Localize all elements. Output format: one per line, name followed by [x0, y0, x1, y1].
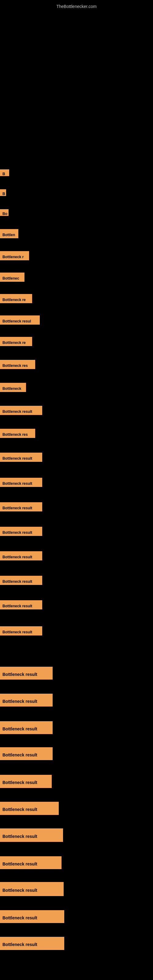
bottleneck-result: B	[0, 189, 6, 196]
bottleneck-result: Bottlenec	[0, 272, 24, 282]
bottleneck-result: Bottleneck result	[0, 775, 52, 788]
bottleneck-result: Bottleneck result	[0, 910, 64, 923]
bottleneck-result: Bottleneck re	[0, 337, 32, 346]
bottleneck-result: Bottleneck result	[0, 600, 42, 609]
bottleneck-result: Bottleneck r	[0, 251, 29, 260]
bottleneck-result: Bottleneck resul	[0, 315, 40, 325]
bottleneck-result: Bottleneck result	[0, 829, 63, 842]
bottleneck-result: Bottleneck result	[0, 406, 42, 415]
bottleneck-result: Bottleneck	[0, 383, 26, 392]
bottleneck-result: Bottleneck result	[0, 576, 42, 585]
bottleneck-result: Bottleneck result	[0, 802, 59, 815]
bottleneck-result: Bottleneck result	[0, 721, 53, 734]
bottleneck-result: Bottleneck re	[0, 294, 32, 303]
bottleneck-result: Bottlen	[0, 229, 18, 238]
bottleneck-result: Bottleneck result	[0, 527, 42, 536]
bottleneck-result: Bottleneck res	[0, 429, 35, 438]
bottleneck-result: Bottleneck result	[0, 694, 53, 706]
bottleneck-result: Bottleneck result	[0, 502, 42, 511]
site-title: TheBottlenecker.com	[0, 2, 153, 11]
bottleneck-result: Bottleneck result	[0, 856, 62, 869]
bottleneck-result: Bottleneck result	[0, 626, 42, 635]
bottleneck-result: Bottleneck result	[0, 747, 53, 760]
bottleneck-result: Bottleneck result	[0, 551, 42, 560]
bottleneck-result: Bottleneck result	[0, 478, 42, 487]
bottleneck-result: Bottleneck result	[0, 453, 42, 462]
bottleneck-result: Bottleneck result	[0, 937, 64, 950]
bottleneck-result: B	[0, 169, 9, 176]
bottleneck-result: Bottleneck result	[0, 667, 53, 679]
bottleneck-result: Bottleneck res	[0, 360, 35, 369]
bottleneck-result: Bottleneck result	[0, 882, 64, 896]
bottleneck-result: Bo	[0, 209, 9, 216]
